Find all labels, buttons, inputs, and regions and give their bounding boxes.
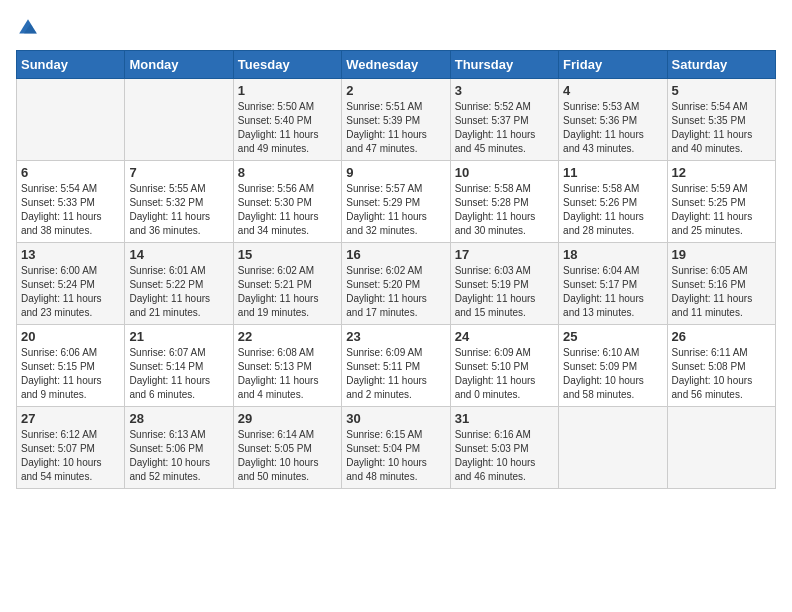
calendar-cell: 26Sunrise: 6:11 AM Sunset: 5:08 PM Dayli…	[667, 325, 775, 407]
day-info: Sunrise: 6:01 AM Sunset: 5:22 PM Dayligh…	[129, 264, 228, 320]
day-info: Sunrise: 6:14 AM Sunset: 5:05 PM Dayligh…	[238, 428, 337, 484]
day-info: Sunrise: 6:16 AM Sunset: 5:03 PM Dayligh…	[455, 428, 554, 484]
day-number: 17	[455, 247, 554, 262]
day-number: 28	[129, 411, 228, 426]
calendar-cell	[559, 407, 667, 489]
day-info: Sunrise: 6:10 AM Sunset: 5:09 PM Dayligh…	[563, 346, 662, 402]
day-number: 2	[346, 83, 445, 98]
day-number: 30	[346, 411, 445, 426]
calendar-cell: 15Sunrise: 6:02 AM Sunset: 5:21 PM Dayli…	[233, 243, 341, 325]
day-number: 20	[21, 329, 120, 344]
day-info: Sunrise: 5:51 AM Sunset: 5:39 PM Dayligh…	[346, 100, 445, 156]
day-number: 24	[455, 329, 554, 344]
calendar-cell: 3Sunrise: 5:52 AM Sunset: 5:37 PM Daylig…	[450, 79, 558, 161]
day-info: Sunrise: 6:00 AM Sunset: 5:24 PM Dayligh…	[21, 264, 120, 320]
day-header-sunday: Sunday	[17, 51, 125, 79]
day-info: Sunrise: 5:58 AM Sunset: 5:26 PM Dayligh…	[563, 182, 662, 238]
week-row-2: 6Sunrise: 5:54 AM Sunset: 5:33 PM Daylig…	[17, 161, 776, 243]
calendar-cell: 1Sunrise: 5:50 AM Sunset: 5:40 PM Daylig…	[233, 79, 341, 161]
calendar-cell	[17, 79, 125, 161]
calendar-cell: 31Sunrise: 6:16 AM Sunset: 5:03 PM Dayli…	[450, 407, 558, 489]
day-number: 31	[455, 411, 554, 426]
day-number: 9	[346, 165, 445, 180]
day-number: 22	[238, 329, 337, 344]
day-number: 4	[563, 83, 662, 98]
day-info: Sunrise: 6:09 AM Sunset: 5:11 PM Dayligh…	[346, 346, 445, 402]
day-number: 8	[238, 165, 337, 180]
day-number: 12	[672, 165, 771, 180]
day-number: 27	[21, 411, 120, 426]
calendar-cell: 28Sunrise: 6:13 AM Sunset: 5:06 PM Dayli…	[125, 407, 233, 489]
calendar-cell: 2Sunrise: 5:51 AM Sunset: 5:39 PM Daylig…	[342, 79, 450, 161]
day-info: Sunrise: 5:55 AM Sunset: 5:32 PM Dayligh…	[129, 182, 228, 238]
day-number: 18	[563, 247, 662, 262]
day-header-thursday: Thursday	[450, 51, 558, 79]
calendar-cell	[667, 407, 775, 489]
day-header-monday: Monday	[125, 51, 233, 79]
week-row-4: 20Sunrise: 6:06 AM Sunset: 5:15 PM Dayli…	[17, 325, 776, 407]
calendar-cell: 29Sunrise: 6:14 AM Sunset: 5:05 PM Dayli…	[233, 407, 341, 489]
day-number: 3	[455, 83, 554, 98]
calendar-cell: 10Sunrise: 5:58 AM Sunset: 5:28 PM Dayli…	[450, 161, 558, 243]
week-row-3: 13Sunrise: 6:00 AM Sunset: 5:24 PM Dayli…	[17, 243, 776, 325]
day-header-tuesday: Tuesday	[233, 51, 341, 79]
calendar-cell: 12Sunrise: 5:59 AM Sunset: 5:25 PM Dayli…	[667, 161, 775, 243]
day-info: Sunrise: 6:13 AM Sunset: 5:06 PM Dayligh…	[129, 428, 228, 484]
calendar-cell: 20Sunrise: 6:06 AM Sunset: 5:15 PM Dayli…	[17, 325, 125, 407]
day-info: Sunrise: 5:56 AM Sunset: 5:30 PM Dayligh…	[238, 182, 337, 238]
day-number: 19	[672, 247, 771, 262]
day-number: 6	[21, 165, 120, 180]
day-number: 1	[238, 83, 337, 98]
calendar-cell: 11Sunrise: 5:58 AM Sunset: 5:26 PM Dayli…	[559, 161, 667, 243]
day-number: 7	[129, 165, 228, 180]
calendar-cell: 17Sunrise: 6:03 AM Sunset: 5:19 PM Dayli…	[450, 243, 558, 325]
day-number: 23	[346, 329, 445, 344]
day-number: 14	[129, 247, 228, 262]
day-number: 5	[672, 83, 771, 98]
day-number: 29	[238, 411, 337, 426]
day-info: Sunrise: 6:09 AM Sunset: 5:10 PM Dayligh…	[455, 346, 554, 402]
calendar-cell: 22Sunrise: 6:08 AM Sunset: 5:13 PM Dayli…	[233, 325, 341, 407]
day-number: 10	[455, 165, 554, 180]
day-info: Sunrise: 5:52 AM Sunset: 5:37 PM Dayligh…	[455, 100, 554, 156]
day-number: 15	[238, 247, 337, 262]
calendar-cell: 19Sunrise: 6:05 AM Sunset: 5:16 PM Dayli…	[667, 243, 775, 325]
calendar-cell	[125, 79, 233, 161]
day-info: Sunrise: 6:12 AM Sunset: 5:07 PM Dayligh…	[21, 428, 120, 484]
day-number: 13	[21, 247, 120, 262]
calendar-cell: 18Sunrise: 6:04 AM Sunset: 5:17 PM Dayli…	[559, 243, 667, 325]
day-header-friday: Friday	[559, 51, 667, 79]
day-info: Sunrise: 6:04 AM Sunset: 5:17 PM Dayligh…	[563, 264, 662, 320]
calendar-cell: 6Sunrise: 5:54 AM Sunset: 5:33 PM Daylig…	[17, 161, 125, 243]
day-info: Sunrise: 5:58 AM Sunset: 5:28 PM Dayligh…	[455, 182, 554, 238]
calendar-cell: 8Sunrise: 5:56 AM Sunset: 5:30 PM Daylig…	[233, 161, 341, 243]
day-info: Sunrise: 5:54 AM Sunset: 5:35 PM Dayligh…	[672, 100, 771, 156]
calendar-cell: 9Sunrise: 5:57 AM Sunset: 5:29 PM Daylig…	[342, 161, 450, 243]
calendar-cell: 21Sunrise: 6:07 AM Sunset: 5:14 PM Dayli…	[125, 325, 233, 407]
day-header-wednesday: Wednesday	[342, 51, 450, 79]
calendar-cell: 27Sunrise: 6:12 AM Sunset: 5:07 PM Dayli…	[17, 407, 125, 489]
calendar-cell: 23Sunrise: 6:09 AM Sunset: 5:11 PM Dayli…	[342, 325, 450, 407]
day-header-saturday: Saturday	[667, 51, 775, 79]
calendar-cell: 25Sunrise: 6:10 AM Sunset: 5:09 PM Dayli…	[559, 325, 667, 407]
week-row-5: 27Sunrise: 6:12 AM Sunset: 5:07 PM Dayli…	[17, 407, 776, 489]
day-info: Sunrise: 6:05 AM Sunset: 5:16 PM Dayligh…	[672, 264, 771, 320]
day-info: Sunrise: 5:53 AM Sunset: 5:36 PM Dayligh…	[563, 100, 662, 156]
day-info: Sunrise: 5:57 AM Sunset: 5:29 PM Dayligh…	[346, 182, 445, 238]
day-info: Sunrise: 5:59 AM Sunset: 5:25 PM Dayligh…	[672, 182, 771, 238]
calendar-cell: 30Sunrise: 6:15 AM Sunset: 5:04 PM Dayli…	[342, 407, 450, 489]
day-info: Sunrise: 6:06 AM Sunset: 5:15 PM Dayligh…	[21, 346, 120, 402]
day-info: Sunrise: 6:11 AM Sunset: 5:08 PM Dayligh…	[672, 346, 771, 402]
day-info: Sunrise: 5:54 AM Sunset: 5:33 PM Dayligh…	[21, 182, 120, 238]
day-info: Sunrise: 6:07 AM Sunset: 5:14 PM Dayligh…	[129, 346, 228, 402]
header	[16, 16, 776, 40]
calendar-cell: 5Sunrise: 5:54 AM Sunset: 5:35 PM Daylig…	[667, 79, 775, 161]
logo-icon	[16, 16, 40, 40]
day-info: Sunrise: 5:50 AM Sunset: 5:40 PM Dayligh…	[238, 100, 337, 156]
day-info: Sunrise: 6:08 AM Sunset: 5:13 PM Dayligh…	[238, 346, 337, 402]
day-info: Sunrise: 6:02 AM Sunset: 5:20 PM Dayligh…	[346, 264, 445, 320]
day-info: Sunrise: 6:02 AM Sunset: 5:21 PM Dayligh…	[238, 264, 337, 320]
day-number: 11	[563, 165, 662, 180]
calendar-cell: 4Sunrise: 5:53 AM Sunset: 5:36 PM Daylig…	[559, 79, 667, 161]
calendar-cell: 14Sunrise: 6:01 AM Sunset: 5:22 PM Dayli…	[125, 243, 233, 325]
